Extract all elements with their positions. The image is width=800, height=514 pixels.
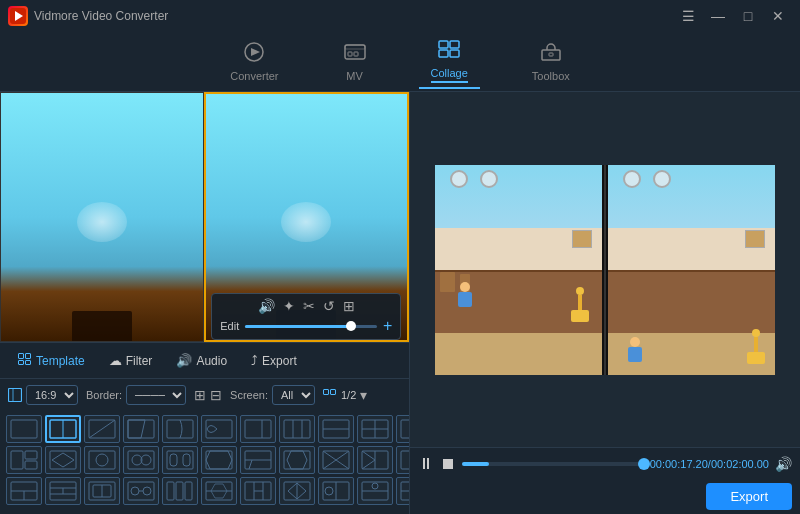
template-cell-20[interactable]	[123, 446, 159, 474]
window-controls: ☰ — □ ✕	[674, 6, 792, 26]
template-cell-10[interactable]	[357, 415, 393, 443]
svg-rect-17	[26, 361, 31, 365]
template-cell-26[interactable]	[357, 446, 393, 474]
page-dropdown-icon[interactable]: ▾	[360, 387, 367, 403]
template-cell-43[interactable]	[396, 477, 409, 505]
template-cell-41[interactable]	[318, 477, 354, 505]
svg-line-26	[89, 420, 115, 438]
tab-export[interactable]: ⤴ Export	[241, 349, 307, 372]
template-options: 16:9 4:3 1:1 Border: ──── ── None ⊞ ⊟	[0, 378, 409, 411]
audio-tab-label: Audio	[196, 354, 227, 368]
template-cell-19[interactable]	[84, 446, 120, 474]
ratio-select[interactable]: 16:9 4:3 1:1	[26, 385, 78, 405]
template-cell-42[interactable]	[357, 477, 393, 505]
template-cell-9[interactable]	[318, 415, 354, 443]
rotate-icon[interactable]: ↺	[323, 298, 335, 314]
border-style-icon[interactable]: ⊞	[194, 387, 206, 403]
cut-icon[interactable]: ✂	[303, 298, 315, 314]
nav-mv-label: MV	[346, 70, 363, 82]
volume-edit-icon[interactable]: 🔊	[258, 298, 275, 314]
edit-slider[interactable]	[245, 325, 377, 328]
template-cell-40[interactable]	[279, 477, 315, 505]
template-cell-36[interactable]	[123, 477, 159, 505]
svg-rect-7	[354, 52, 358, 56]
effects-icon[interactable]: ✦	[283, 298, 295, 314]
svg-rect-12	[542, 50, 560, 60]
minimize-button[interactable]: —	[704, 6, 732, 26]
svg-rect-29	[167, 420, 193, 438]
border-color-icon[interactable]: ⊟	[210, 387, 222, 403]
border-select[interactable]: ──── ── None	[126, 385, 186, 405]
svg-rect-57	[25, 451, 37, 459]
template-cell-38[interactable]	[201, 477, 237, 505]
nav-toolbox[interactable]: Toolbox	[520, 38, 582, 86]
svg-rect-18	[9, 389, 22, 402]
template-cell-24[interactable]	[279, 446, 315, 474]
template-cell-11[interactable]	[396, 415, 409, 443]
progress-bar[interactable]	[462, 462, 644, 466]
template-cell-23[interactable]	[240, 446, 276, 474]
template-cell-5[interactable]	[162, 415, 198, 443]
svg-marker-28	[128, 420, 145, 438]
template-cell-39[interactable]	[240, 477, 276, 505]
template-cell-4[interactable]	[123, 415, 159, 443]
tab-template[interactable]: Template	[8, 349, 95, 372]
border-icons: ⊞ ⊟	[194, 387, 222, 403]
svg-rect-20	[324, 390, 329, 395]
template-cell-3[interactable]	[84, 415, 120, 443]
svg-rect-9	[450, 41, 459, 48]
svg-rect-41	[401, 420, 409, 438]
template-cell-17[interactable]	[6, 446, 42, 474]
export-tab-label: Export	[262, 354, 297, 368]
filter-tab-icon: ☁	[109, 353, 122, 368]
svg-point-104	[131, 487, 139, 495]
stop-button[interactable]: ⏹	[440, 455, 456, 473]
template-cell-8[interactable]	[279, 415, 315, 443]
template-cell-7[interactable]	[240, 415, 276, 443]
nav-collage[interactable]: Collage	[419, 35, 480, 89]
svg-marker-60	[52, 453, 74, 467]
template-cell-18[interactable]	[45, 446, 81, 474]
app-title: Vidmore Video Converter	[34, 9, 168, 23]
template-cell-22[interactable]	[201, 446, 237, 474]
main-content: ⊞ ⊞ 🔊	[0, 92, 800, 514]
screen-select[interactable]: All 1 2	[272, 385, 315, 405]
template-cell-35[interactable]	[84, 477, 120, 505]
svg-point-62	[96, 454, 108, 466]
svg-rect-58	[25, 461, 37, 469]
close-button[interactable]: ✕	[764, 6, 792, 26]
svg-rect-27	[128, 420, 154, 438]
converter-icon	[242, 42, 266, 67]
edit-plus-btn[interactable]: +	[383, 317, 392, 335]
nav-mv[interactable]: MV	[331, 38, 379, 86]
menu-button[interactable]: ☰	[674, 6, 702, 26]
template-cell-21[interactable]	[162, 446, 198, 474]
tab-audio[interactable]: 🔊 Audio	[166, 349, 237, 372]
svg-rect-67	[170, 454, 177, 466]
volume-icon[interactable]: 🔊	[775, 456, 792, 472]
crop-icon[interactable]: ⊞	[343, 298, 355, 314]
template-cell-2[interactable]	[45, 415, 81, 443]
template-cell-27[interactable]	[396, 446, 409, 474]
template-cell-37[interactable]	[162, 477, 198, 505]
page-icon	[323, 389, 337, 401]
nav-converter[interactable]: Converter	[218, 38, 290, 86]
template-cell-6[interactable]	[201, 415, 237, 443]
tab-filter[interactable]: ☁ Filter	[99, 349, 163, 372]
video-slot-1[interactable]: ⊞	[0, 92, 204, 342]
export-button[interactable]: Export	[706, 483, 792, 510]
pause-button[interactable]: ⏸	[418, 455, 434, 473]
template-cell-25[interactable]	[318, 446, 354, 474]
template-cell-34[interactable]	[45, 477, 81, 505]
svg-rect-56	[11, 451, 23, 469]
template-cell-33[interactable]	[6, 477, 42, 505]
template-cell-1[interactable]	[6, 415, 42, 443]
svg-rect-107	[167, 482, 174, 500]
preview-area: ⊞ ⊞ 🔊	[0, 92, 409, 342]
border-group: Border: ──── ── None	[86, 385, 186, 405]
ratio-icon	[8, 388, 22, 402]
edit-slider-row: Edit +	[220, 317, 392, 335]
video-slot-2[interactable]: ⊞ 🔊 ✦ ✂ ↺ ⊞ Edit	[204, 92, 410, 342]
svg-rect-22	[11, 420, 37, 438]
maximize-button[interactable]: □	[734, 6, 762, 26]
